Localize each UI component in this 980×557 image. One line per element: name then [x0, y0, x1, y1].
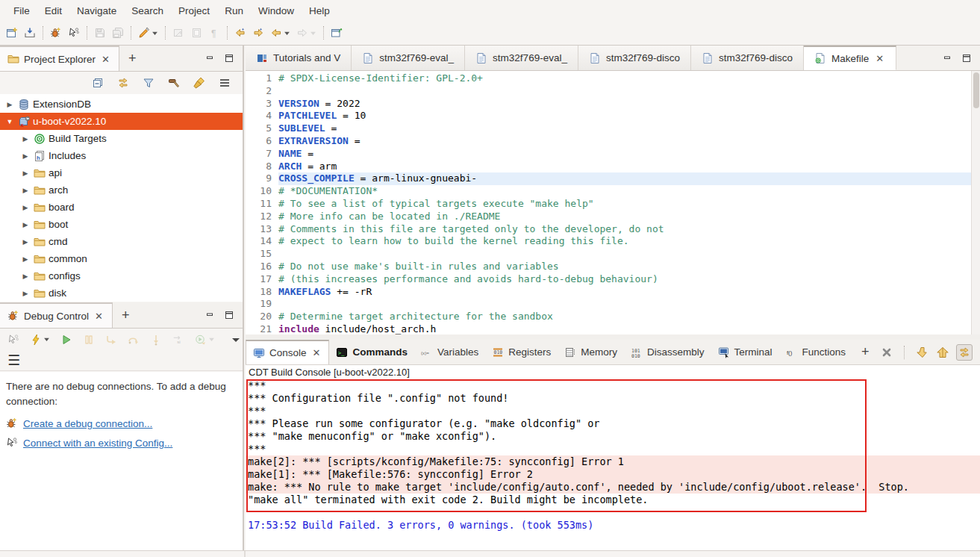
code-line-18[interactable]: 18MAKEFLAGS += -rR: [246, 286, 971, 299]
editor-tab-tutorials-and-v[interactable]: Tutorials and V: [246, 46, 352, 70]
editor-tab-makefile[interactable]: Makefile✕: [804, 46, 896, 70]
menu-edit[interactable]: Edit: [37, 2, 69, 19]
console-tab-commands[interactable]: >_Commands: [329, 340, 414, 364]
console-tab-registers[interactable]: 010Registers: [485, 340, 558, 364]
back-history-button[interactable]: [268, 25, 293, 41]
editor-tab-stm32f769-eval-[interactable]: stm32f769-eval_: [465, 46, 578, 70]
editor-tab-stm32f769-disco[interactable]: stm32f769-disco: [691, 46, 804, 70]
view-menu-button[interactable]: [216, 75, 233, 91]
code-line-4[interactable]: 4PATCHLEVEL = 10: [246, 110, 971, 122]
menu-search[interactable]: Search: [124, 2, 171, 19]
code-line-8[interactable]: 8ARCH = arm: [246, 161, 971, 173]
forward-history-button[interactable]: [294, 25, 319, 41]
tree-item-build-targets[interactable]: ▶Build Targets: [0, 130, 243, 147]
step-over-button[interactable]: [125, 332, 142, 348]
build-project-button[interactable]: [166, 75, 182, 91]
view-menu-icon[interactable]: ☰: [7, 352, 20, 369]
maximize-icon[interactable]: [223, 52, 235, 64]
tree-item-boot[interactable]: ▶boot: [0, 216, 243, 233]
resume-button[interactable]: [58, 332, 75, 348]
console-tab-functions[interactable]: f()Functions: [779, 340, 853, 364]
next-error-button[interactable]: [914, 345, 929, 360]
tree-item-extensiondb[interactable]: ▶ExtensionDB: [0, 96, 243, 113]
menu-run[interactable]: Run: [217, 2, 251, 19]
instruction-stepping-button[interactable]: si: [170, 332, 187, 348]
connect-target-button[interactable]: [66, 25, 82, 41]
code-line-16[interactable]: 16# Do not use make's built-in rules and…: [246, 261, 971, 273]
code-line-3[interactable]: 3VERSION = 2022: [246, 98, 971, 111]
code-line-21[interactable]: 21include include/host_arch.h: [246, 323, 971, 334]
flash-programmer-button[interactable]: [136, 25, 160, 41]
show-console-on-output-button[interactable]: [956, 344, 973, 361]
expand-arrow-icon[interactable]: ▶: [20, 221, 31, 228]
maximize-icon[interactable]: [961, 52, 973, 64]
minimize-icon[interactable]: [941, 52, 953, 64]
previous-edit-location-button[interactable]: [232, 25, 249, 41]
code-line-10[interactable]: 10# *DOCUMENTATION*: [246, 185, 971, 198]
tree-item-includes[interactable]: ▶hIncludes: [0, 147, 243, 164]
clean-project-button[interactable]: [191, 75, 207, 91]
code-line-17[interactable]: 17# (this increases performance and avoi…: [246, 273, 971, 286]
minimize-icon[interactable]: [204, 309, 216, 321]
console-tab-variables[interactable]: (x)=Variables: [414, 340, 485, 364]
menu-help[interactable]: Help: [302, 2, 337, 19]
expand-arrow-icon[interactable]: ▶: [20, 152, 31, 160]
code-line-1[interactable]: 1# SPDX-License-Identifier: GPL-2.0+: [246, 72, 971, 85]
collapse-all-button[interactable]: [90, 75, 106, 91]
chevron-down-icon[interactable]: [310, 30, 316, 37]
console-tab-terminal[interactable]: Terminal: [711, 340, 779, 364]
expand-arrow-icon[interactable]: ▶: [4, 101, 15, 108]
code-line-7[interactable]: 7NAME =: [246, 148, 971, 161]
close-icon[interactable]: ✕: [100, 54, 111, 65]
chevron-down-icon[interactable]: [208, 336, 215, 343]
menu-window[interactable]: Window: [251, 2, 302, 19]
code-line-20[interactable]: 20# Determine target architecture for th…: [246, 311, 971, 323]
close-console-button[interactable]: [879, 345, 894, 360]
console-tab-memory[interactable]: Memory: [558, 340, 624, 364]
chevron-down-icon[interactable]: [152, 30, 158, 37]
step-return-button[interactable]: [103, 332, 119, 348]
new-view-button[interactable]: +: [119, 46, 146, 71]
code-line-9[interactable]: 9CROSS_COMPILE = arm-linux-gnueabi-: [246, 172, 971, 185]
console-tab-console[interactable]: Console✕: [246, 340, 329, 364]
expand-arrow-icon[interactable]: ▶: [20, 135, 31, 143]
tree-item-common[interactable]: ▶common: [0, 250, 243, 267]
makefile-editor[interactable]: 1# SPDX-License-Identifier: GPL-2.0+23VE…: [246, 71, 980, 334]
console-output[interactable]: ****** Configuration file ".config" not …: [246, 379, 980, 550]
build-all-button[interactable]: [188, 25, 205, 41]
new-console-view-button[interactable]: +: [852, 340, 878, 364]
editor-tab-stm32f769-eval-[interactable]: stm32f769-eval_: [352, 46, 465, 70]
collapse-arrow-icon[interactable]: ▼: [4, 118, 15, 125]
new-debug-connection-button[interactable]: [48, 25, 64, 41]
tree-item-arch[interactable]: ▶arch: [0, 181, 243, 199]
expand-arrow-icon[interactable]: ▶: [20, 169, 31, 177]
maximize-icon[interactable]: [223, 309, 235, 321]
code-line-15[interactable]: 15: [246, 248, 971, 261]
code-line-14[interactable]: 14# expect to learn how to build the ker…: [246, 235, 971, 248]
chevron-down-icon[interactable]: [284, 30, 290, 37]
menu-file[interactable]: File: [6, 2, 37, 19]
resume-without-signal-button[interactable]: [193, 332, 217, 348]
expand-arrow-icon[interactable]: ▶: [20, 273, 31, 280]
code-line-11[interactable]: 11# To see a list of typical targets exe…: [246, 198, 971, 211]
connect-existing-config-link[interactable]: Connect with an existing Config...: [23, 438, 172, 449]
editor-tab-stm32f769-disco[interactable]: stm32f769-disco: [578, 46, 691, 70]
create-debug-connection-link[interactable]: Create a debug connection...: [23, 418, 152, 429]
code-line-5[interactable]: 5SUBLEVEL =: [246, 122, 971, 135]
menu-navigate[interactable]: Navigate: [69, 2, 124, 19]
code-line-12[interactable]: 12# More info can be located in ./README: [246, 211, 971, 223]
chevron-down-icon[interactable]: [43, 336, 50, 343]
scrollbar-thumb[interactable]: [973, 72, 979, 108]
code-line-2[interactable]: 2: [246, 85, 971, 98]
import-button[interactable]: [22, 25, 38, 41]
menu-project[interactable]: Project: [171, 2, 217, 19]
next-edit-location-button[interactable]: [250, 25, 266, 41]
expand-arrow-icon[interactable]: ▶: [20, 204, 31, 211]
minimize-icon[interactable]: [204, 52, 216, 64]
filters-button[interactable]: [140, 75, 157, 91]
tab-debug-control[interactable]: Debug Control ✕: [0, 302, 113, 328]
tree-item-board[interactable]: ▶board: [0, 199, 243, 216]
save-button[interactable]: [92, 25, 108, 41]
tab-project-explorer[interactable]: Project Explorer ✕: [0, 46, 119, 71]
previous-error-button[interactable]: [935, 345, 950, 360]
